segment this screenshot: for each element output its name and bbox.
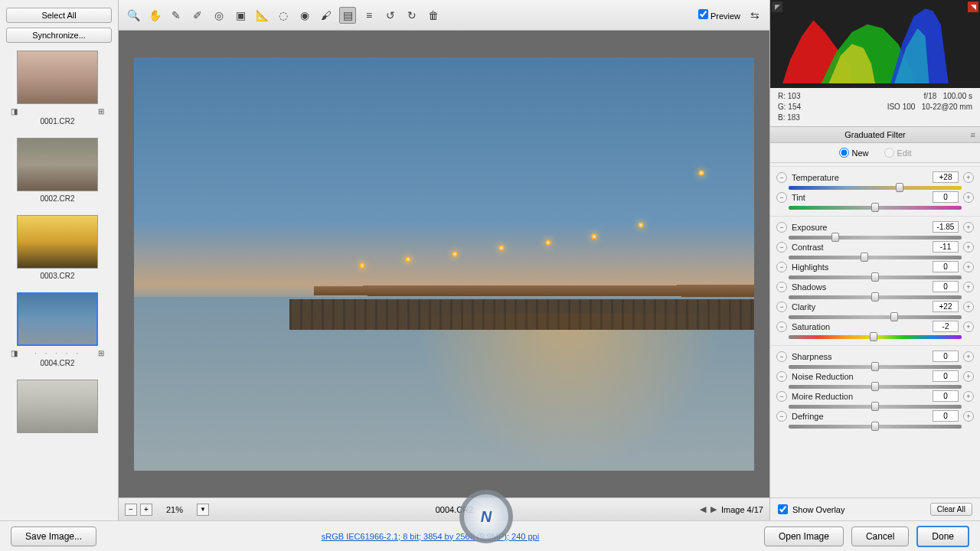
targeted-adjustment-tool-icon[interactable]: ◎ <box>211 7 227 24</box>
hand-tool-icon[interactable]: ✋ <box>146 7 163 24</box>
slider-track[interactable] <box>789 385 962 389</box>
red-eye-tool-icon[interactable]: ◉ <box>296 7 313 24</box>
slider-track[interactable] <box>789 425 962 429</box>
crop-tool-icon[interactable]: ▣ <box>232 7 249 24</box>
slider-handle[interactable] <box>831 233 839 242</box>
preview-checkbox[interactable]: Preview <box>698 9 740 21</box>
graduated-filter-tool-icon[interactable]: ▤ <box>339 7 356 24</box>
decrement-button[interactable]: − <box>776 371 787 382</box>
zoom-in-button[interactable]: + <box>140 504 152 516</box>
fullscreen-toggle-icon[interactable]: ⇆ <box>746 7 763 24</box>
slider-value-input[interactable] <box>933 261 959 272</box>
show-overlay-checkbox[interactable] <box>778 504 788 514</box>
decrement-button[interactable]: − <box>776 391 787 402</box>
decrement-button[interactable]: − <box>776 222 787 233</box>
increment-button[interactable]: + <box>963 371 974 382</box>
decrement-button[interactable]: − <box>776 282 787 292</box>
slider-track[interactable] <box>789 276 962 279</box>
slider-handle[interactable] <box>896 183 903 192</box>
next-image-icon[interactable]: ▶ <box>710 504 717 514</box>
increment-button[interactable]: + <box>963 192 974 203</box>
slider-value-input[interactable] <box>933 350 959 362</box>
slider-track[interactable] <box>789 335 962 339</box>
decrement-button[interactable]: − <box>776 242 787 253</box>
slider-track[interactable] <box>789 295 962 299</box>
slider-value-input[interactable] <box>933 191 959 203</box>
slider-handle[interactable] <box>871 422 879 431</box>
slider-handle[interactable] <box>871 402 879 411</box>
thumbnail[interactable] <box>6 380 109 433</box>
mode-edit-radio[interactable]: Edit <box>884 148 912 158</box>
slider-handle[interactable] <box>871 362 879 371</box>
adjustment-brush-tool-icon[interactable]: 🖌 <box>318 7 335 24</box>
increment-button[interactable]: + <box>963 302 974 312</box>
color-sampler-tool-icon[interactable]: ✐ <box>189 7 206 24</box>
slider-handle[interactable] <box>861 253 868 262</box>
slider-handle[interactable] <box>871 292 879 302</box>
decrement-button[interactable]: − <box>776 262 787 272</box>
slider-value-input[interactable] <box>933 321 959 332</box>
select-all-button[interactable]: Select All <box>6 8 112 23</box>
increment-button[interactable]: + <box>963 262 974 272</box>
increment-button[interactable]: + <box>963 351 974 362</box>
cancel-button[interactable]: Cancel <box>851 527 909 546</box>
rotate-ccw-icon[interactable]: ↺ <box>382 7 399 24</box>
thumbnail[interactable]: ◨· · · · ·⊞0004.CR2 <box>6 292 109 367</box>
slider-value-input[interactable] <box>933 221 959 233</box>
open-image-button[interactable]: Open Image <box>764 527 844 546</box>
slider-value-input[interactable] <box>933 301 959 312</box>
trash-icon[interactable]: 🗑 <box>425 7 442 24</box>
done-button[interactable]: Done <box>916 526 969 547</box>
slider-handle[interactable] <box>890 312 898 321</box>
straighten-tool-icon[interactable]: 📐 <box>253 7 270 24</box>
decrement-button[interactable]: − <box>776 172 787 183</box>
slider-track[interactable] <box>789 236 962 240</box>
slider-track[interactable] <box>789 206 962 210</box>
slider-value-input[interactable] <box>933 390 959 402</box>
rotate-cw-icon[interactable]: ↻ <box>403 7 420 24</box>
slider-value-input[interactable] <box>933 171 959 183</box>
panel-menu-icon[interactable]: ≡ <box>971 130 975 139</box>
save-image-button[interactable]: Save Image... <box>11 527 96 546</box>
clear-all-button[interactable]: Clear All <box>930 503 972 516</box>
slider-handle[interactable] <box>871 382 879 391</box>
increment-button[interactable]: + <box>963 172 974 183</box>
synchronize-button[interactable]: Synchronize... <box>6 28 112 43</box>
increment-button[interactable]: + <box>963 242 974 253</box>
slider-track[interactable] <box>789 405 962 409</box>
thumbnail[interactable]: ◨⊞0001.CR2 <box>6 51 109 126</box>
histogram[interactable]: ◤ ◥ <box>770 0 980 88</box>
slider-handle[interactable] <box>870 332 877 341</box>
slider-track[interactable] <box>789 186 962 190</box>
mode-new-radio[interactable]: New <box>839 148 869 158</box>
slider-track[interactable] <box>789 315 962 319</box>
increment-button[interactable]: + <box>963 282 974 292</box>
radial-filter-tool-icon[interactable]: ≡ <box>361 7 377 24</box>
thumbnail[interactable]: 0002.CR2 <box>6 138 109 203</box>
slider-value-input[interactable] <box>933 281 959 292</box>
decrement-button[interactable]: − <box>776 302 787 312</box>
slider-value-input[interactable] <box>933 241 959 253</box>
slider-value-input[interactable] <box>933 410 959 422</box>
increment-button[interactable]: + <box>963 391 974 402</box>
zoom-dropdown-icon[interactable]: ▼ <box>197 504 209 516</box>
decrement-button[interactable]: − <box>776 321 787 332</box>
zoom-tool-icon[interactable]: 🔍 <box>125 7 142 24</box>
image-preview[interactable] <box>134 57 754 471</box>
slider-track[interactable] <box>789 365 962 369</box>
zoom-out-button[interactable]: − <box>125 504 137 516</box>
increment-button[interactable]: + <box>963 222 974 233</box>
prev-image-icon[interactable]: ◀ <box>700 504 706 514</box>
spot-removal-tool-icon[interactable]: ◌ <box>275 7 292 24</box>
decrement-button[interactable]: − <box>776 351 787 362</box>
slider-value-input[interactable] <box>933 370 959 382</box>
decrement-button[interactable]: − <box>776 411 787 422</box>
slider-handle[interactable] <box>871 203 879 212</box>
slider-handle[interactable] <box>871 272 879 282</box>
slider-track[interactable] <box>789 256 962 259</box>
decrement-button[interactable]: − <box>776 192 787 203</box>
canvas-area[interactable] <box>119 31 769 497</box>
workflow-options-link[interactable]: sRGB IEC61966-2.1; 8 bit; 3854 by 2568 (… <box>104 532 756 541</box>
filmstrip[interactable]: ◨⊞0001.CR20002.CR20003.CR2◨· · · · ·⊞000… <box>6 51 112 520</box>
increment-button[interactable]: + <box>963 321 974 332</box>
